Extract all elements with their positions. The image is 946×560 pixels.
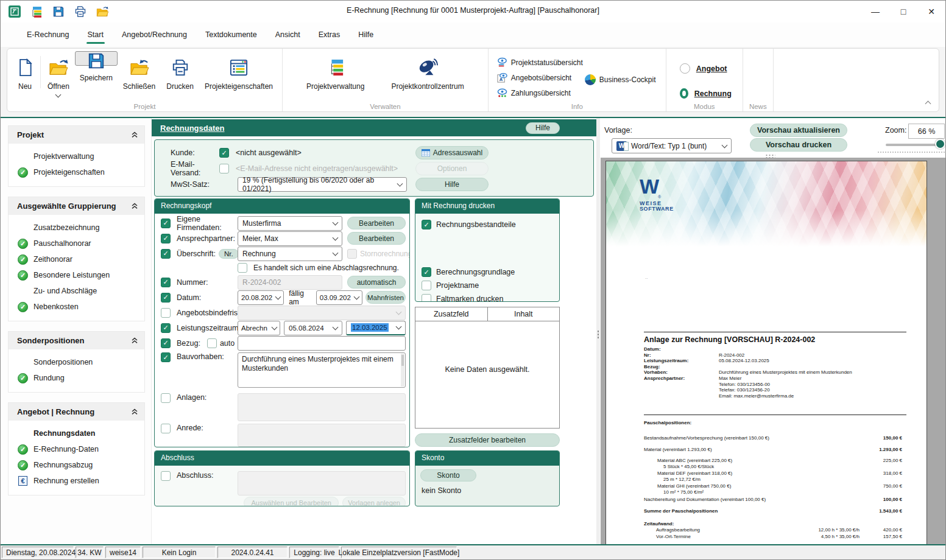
zoom-slider-handle[interactable] bbox=[935, 139, 945, 149]
sidebar-item-rundung[interactable]: Rundung bbox=[9, 370, 144, 386]
tab-start[interactable]: Start bbox=[79, 24, 113, 45]
ansprechpartner-select[interactable]: Meier, Max bbox=[238, 231, 342, 246]
tab-ansicht[interactable]: Ansicht bbox=[266, 24, 309, 45]
anrede-checkbox[interactable] bbox=[161, 424, 171, 433]
ansprechpartner-bearbeiten-button[interactable]: Bearbeiten bbox=[347, 232, 406, 245]
sidebar-item-projektverwaltung[interactable]: Projektverwaltung bbox=[9, 149, 144, 164]
datum-checkbox[interactable] bbox=[161, 293, 171, 303]
zusatzfeld-column-header[interactable]: Zusatzfeld bbox=[415, 307, 488, 321]
modus-rechnung-radio[interactable]: Rechnung bbox=[680, 88, 732, 99]
minimize-button[interactable]: — bbox=[861, 1, 889, 23]
neu-button[interactable]: Neu bbox=[11, 51, 39, 100]
schliessen-button[interactable]: Schließen bbox=[118, 51, 161, 100]
projektverwaltung-button[interactable]: Projektverwaltung bbox=[301, 51, 370, 100]
rechnungsbestandteile-checkbox[interactable] bbox=[422, 220, 431, 229]
preview-viewport[interactable]: W® WEISE SOFTWARE .. Anlage zur Rechnung… bbox=[601, 158, 945, 544]
mwst-select[interactable]: 19 % (Fertigstellung bis 06/2020 oder ab… bbox=[238, 177, 407, 192]
angebotsbindefrist-checkbox[interactable] bbox=[161, 308, 171, 318]
automatisch-button[interactable]: automatisch bbox=[347, 276, 406, 289]
business-cockpit-button[interactable]: Business-Cockpit bbox=[585, 74, 656, 85]
collapse-ribbon-button[interactable] bbox=[926, 99, 930, 108]
tab-e-rechnung[interactable]: E-Rechnung bbox=[18, 24, 79, 45]
sidebar-item-rechnungsdaten[interactable]: Rechnungsdaten bbox=[9, 425, 144, 441]
bezug-input[interactable] bbox=[238, 336, 406, 351]
sidebar-item-nebenkosten[interactable]: Nebenkosten bbox=[9, 299, 144, 315]
scrollbar[interactable] bbox=[401, 354, 404, 387]
nr-button[interactable]: Nr. bbox=[219, 249, 239, 259]
bauvorhaben-textarea[interactable]: Durchführung eines Musterprojektes mit e… bbox=[238, 352, 406, 388]
zoom-value-field[interactable]: 66 % bbox=[908, 124, 945, 139]
oeffnen-button[interactable]: Öffnen bbox=[42, 51, 75, 100]
tab-hilfe[interactable]: Hilfe bbox=[349, 24, 383, 45]
faellig-select[interactable]: 03.09.202 bbox=[316, 290, 362, 305]
modus-angebot-radio[interactable]: Angebot bbox=[680, 63, 732, 74]
kunde-checkbox[interactable] bbox=[219, 148, 229, 158]
email-versand-checkbox[interactable] bbox=[219, 164, 229, 173]
sidebar-section-header[interactable]: Sonderpositionen bbox=[9, 332, 144, 349]
zusatzfelder-bearbeiten-button[interactable]: Zusatzfelder bearbeiten bbox=[415, 433, 560, 447]
sidebar-item-pauschalhonorar[interactable]: Pauschalhonorar bbox=[9, 236, 144, 251]
sidebar-item-besondere-leistungen[interactable]: Besondere Leistungen bbox=[9, 267, 144, 283]
bauvorhaben-checkbox[interactable] bbox=[161, 352, 171, 362]
faltmarken-checkbox[interactable] bbox=[422, 294, 431, 302]
zahlungsuebersicht-button[interactable]: Zahlungsübersicht bbox=[497, 88, 660, 98]
berechnungsgrundlage-item: Berechnungsgrundlage bbox=[415, 266, 559, 278]
chevron-down-icon bbox=[333, 324, 339, 330]
leistung-bis-select[interactable]: 12.03.2025 bbox=[346, 321, 406, 335]
adressauswahl-button[interactable]: Adressauswahl bbox=[415, 146, 489, 159]
projektkontrollzentrum-button[interactable]: Projektkontrollzentrum bbox=[386, 51, 469, 100]
ueberschrift-select[interactable]: Rechnung bbox=[238, 247, 342, 261]
status-week: 34. KW bbox=[76, 547, 104, 558]
firmendaten-select[interactable]: Musterfirma bbox=[238, 216, 342, 231]
sidebar-section-header[interactable]: Angebot | Rechnung bbox=[9, 403, 144, 421]
leistung-von-select[interactable]: 05.08.2024 bbox=[284, 321, 342, 335]
nummer-checkbox[interactable] bbox=[161, 278, 171, 287]
projekteigenschaften-button[interactable]: Projekteigenschaften bbox=[199, 51, 278, 100]
firmendaten-bearbeiten-button[interactable]: Bearbeiten bbox=[347, 217, 406, 229]
auto-checkbox[interactable] bbox=[207, 338, 217, 348]
header-hilfe-button[interactable]: Hilfe bbox=[526, 122, 560, 134]
new-document-icon bbox=[16, 57, 34, 78]
sidebar-item-zeithonorar[interactable]: Zeithonorar bbox=[9, 251, 144, 267]
skonto-button[interactable]: Skonto bbox=[420, 469, 476, 481]
firmendaten-checkbox[interactable] bbox=[161, 219, 171, 228]
vorschau-aktualisieren-button[interactable]: Vorschau aktualisieren bbox=[750, 124, 847, 137]
leistung-mode-select[interactable]: Abrechn bbox=[238, 321, 280, 335]
sidebar-item-rechnung-erstellen[interactable]: €Rechnung erstellen bbox=[9, 473, 144, 489]
vorlage-select[interactable]: W Word/Text: Typ 1 (bunt) bbox=[612, 138, 732, 153]
datum-select[interactable]: 20.08.202 bbox=[238, 290, 284, 305]
tab-angebot-rechnung[interactable]: Angebot/Rechnung bbox=[113, 24, 196, 45]
zoom-slider-track[interactable] bbox=[886, 144, 943, 146]
projektname-checkbox[interactable] bbox=[422, 281, 431, 290]
drucken-button[interactable]: Drucken bbox=[161, 51, 199, 100]
vorschau-drucken-button[interactable]: Vorschau drucken bbox=[750, 138, 847, 152]
mahnfristen-button[interactable]: Mahnfristen bbox=[365, 291, 406, 304]
bezug-checkbox[interactable] bbox=[161, 338, 171, 348]
tab-textdokumente[interactable]: Textdokumente bbox=[196, 24, 266, 45]
sidebar-section-header[interactable]: Ausgewählte Gruppierung bbox=[9, 197, 144, 215]
maximize-button[interactable]: □ bbox=[889, 1, 917, 23]
sidebar-item-sonderpositionen[interactable]: Sonderpositionen bbox=[9, 354, 144, 370]
vorlage-label: Vorlage: bbox=[604, 126, 632, 135]
close-button[interactable]: ✕ bbox=[917, 1, 945, 23]
speichern-button[interactable]: Speichern bbox=[75, 51, 118, 66]
tab-extras[interactable]: Extras bbox=[309, 24, 349, 45]
panel-divider[interactable] bbox=[596, 118, 600, 544]
sidebar-item-zusatzbezeichnung[interactable]: Zusatzbezeichnung bbox=[9, 220, 144, 236]
berechnungsgrundlage-checkbox[interactable] bbox=[422, 267, 431, 277]
kunde-hilfe-button[interactable]: Hilfe bbox=[415, 178, 489, 191]
ribbon-group-projekt: Neu Öffnen Speichern Schließen bbox=[7, 49, 283, 111]
sidebar-item-e-rechnung-daten[interactable]: E-Rechnung-Daten bbox=[9, 441, 144, 457]
sidebar-section-header[interactable]: Projekt bbox=[9, 126, 144, 144]
projektstatusuebersicht-button[interactable]: Projektstatusübersicht bbox=[497, 57, 660, 68]
sidebar-item-rechnungsabzug[interactable]: Rechnungsabzug bbox=[9, 457, 144, 473]
anlagen-checkbox[interactable] bbox=[161, 393, 171, 403]
ueberschrift-checkbox[interactable] bbox=[161, 249, 171, 259]
sidebar-item-projekteigenschaften[interactable]: Projekteigenschaften bbox=[9, 164, 144, 180]
abschlagsrechnung-checkbox[interactable] bbox=[238, 263, 247, 273]
leistungszeitraum-checkbox[interactable] bbox=[161, 323, 171, 333]
ansprechpartner-checkbox[interactable] bbox=[161, 234, 171, 243]
abschluss-checkbox[interactable] bbox=[161, 471, 171, 481]
sidebar-item-zu-und-abschlaege[interactable]: Zu- und Abschläge bbox=[9, 283, 144, 299]
inhalt-column-header[interactable]: Inhalt bbox=[488, 307, 560, 321]
